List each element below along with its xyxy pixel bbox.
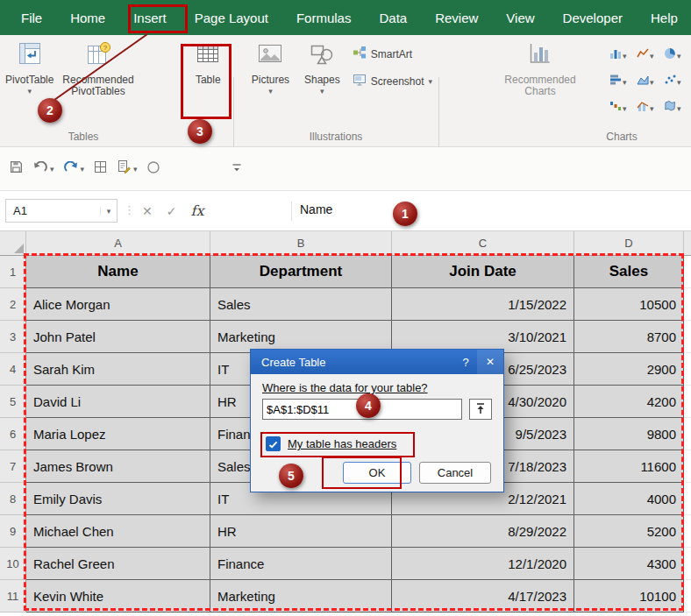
cell-C1[interactable]: Join Date — [392, 256, 574, 288]
ok-button[interactable]: OK — [343, 462, 411, 484]
row-header-4[interactable]: 4 — [0, 353, 26, 386]
cell-D9[interactable]: 5200 — [574, 515, 684, 548]
area-chart-button[interactable]: ▾ — [637, 68, 664, 95]
recommended-pivottables-button[interactable]: ? Recommended PivotTables — [57, 35, 139, 97]
formula-bar-content[interactable]: Name — [300, 202, 332, 216]
table-button[interactable]: Table — [183, 35, 233, 86]
edit-document-button[interactable]: ▾ — [117, 159, 138, 178]
circle-button[interactable] — [146, 160, 160, 178]
column-header-D[interactable]: D — [574, 231, 684, 256]
row-header-5[interactable]: 5 — [0, 386, 26, 418]
name-box-caret-icon[interactable]: ▾ — [100, 207, 117, 216]
cell-D3[interactable]: 8700 — [574, 321, 684, 353]
cell-D1[interactable]: Sales — [574, 256, 684, 288]
tab-view[interactable]: View — [492, 0, 548, 35]
recommended-charts-button[interactable]: Recommended Charts — [500, 35, 581, 97]
table-icon — [195, 40, 221, 70]
column-chart-button[interactable]: ▾ — [609, 42, 637, 68]
formula-bar-resize-handle[interactable]: ⋮ — [124, 203, 135, 216]
cell-A5[interactable]: David Li — [26, 386, 210, 418]
cell-D10[interactable]: 4300 — [574, 548, 684, 580]
name-box[interactable]: A1 ▾ — [5, 199, 118, 223]
scatter-chart-button[interactable]: ▾ — [664, 68, 691, 95]
cell-B9[interactable]: HR — [210, 515, 392, 548]
tab-page-layout[interactable]: Page Layout — [181, 0, 282, 35]
cell-A11[interactable]: Kevin White — [26, 580, 210, 612]
row-header-1[interactable]: 1 — [0, 256, 26, 288]
tab-file[interactable]: File — [7, 0, 56, 35]
dialog-close-icon[interactable]: ✕ — [477, 350, 503, 374]
cell-A4[interactable]: Sarah Kim — [26, 353, 210, 386]
cell-A1[interactable]: Name — [26, 256, 210, 288]
row-header-2[interactable]: 2 — [0, 288, 26, 321]
row-header-9[interactable]: 9 — [0, 515, 26, 548]
cell-D8[interactable]: 4000 — [574, 483, 684, 515]
pictures-icon — [257, 40, 283, 70]
row-header-11[interactable]: 11 — [0, 580, 26, 612]
pictures-button[interactable]: Pictures ▾ — [244, 35, 297, 96]
bar-chart-button[interactable]: ▾ — [609, 68, 637, 95]
cell-A10[interactable]: Rachel Green — [26, 548, 210, 580]
cell-A8[interactable]: Emily Davis — [26, 483, 210, 515]
cell-B1[interactable]: Department — [210, 256, 392, 288]
dialog-help-icon[interactable]: ? — [454, 356, 477, 369]
cell-A2[interactable]: Alice Morgan — [26, 288, 210, 321]
cell-D2[interactable]: 10500 — [574, 288, 684, 321]
row-header-7[interactable]: 7 — [0, 450, 26, 483]
range-selector-button[interactable] — [469, 399, 492, 420]
waterfall-chart-button[interactable]: ▾ — [609, 95, 637, 121]
tab-data[interactable]: Data — [365, 0, 421, 35]
insert-function-icon[interactable]: fx — [190, 202, 203, 219]
cell-C2[interactable]: 1/15/2022 — [392, 288, 574, 321]
dialog-titlebar[interactable]: Create Table ? ✕ — [251, 350, 503, 374]
shapes-button[interactable]: Shapes ▾ — [297, 35, 347, 96]
pie-chart-button[interactable]: ▾ — [664, 42, 691, 68]
cell-D6[interactable]: 9800 — [574, 418, 684, 450]
cell-B10[interactable]: Finance — [210, 548, 392, 580]
step-badge-2: 2 — [38, 98, 62, 123]
tab-insert[interactable]: Insert — [119, 0, 181, 35]
screenshot-button[interactable]: Screenshot ▾ — [353, 73, 438, 89]
undo-button[interactable]: ▾ — [32, 161, 54, 177]
tab-review[interactable]: Review — [421, 0, 492, 35]
cell-C9[interactable]: 8/29/2022 — [392, 515, 574, 548]
cell-D4[interactable]: 2900 — [574, 353, 684, 386]
row-header-3[interactable]: 3 — [0, 321, 26, 353]
line-chart-button[interactable]: ▾ — [637, 42, 664, 68]
combo-chart-button[interactable]: ▾ — [637, 95, 664, 121]
cell-A7[interactable]: James Brown — [26, 450, 210, 483]
row-header-8[interactable]: 8 — [0, 483, 26, 515]
smartart-button[interactable]: SmartArt — [353, 46, 438, 62]
cell-C11[interactable]: 4/17/2023 — [392, 580, 574, 612]
cell-A9[interactable]: Michael Chen — [26, 515, 210, 548]
enter-entry-icon[interactable]: ✓ — [167, 204, 177, 218]
cell-D7[interactable]: 11600 — [574, 450, 684, 483]
cell-D11[interactable]: 10100 — [574, 580, 684, 612]
cell-A3[interactable]: John Patel — [26, 321, 210, 353]
row-header-10[interactable]: 10 — [0, 548, 26, 580]
cancel-entry-icon[interactable]: ✕ — [142, 204, 153, 218]
cell-C10[interactable]: 12/1/2020 — [392, 548, 574, 580]
redo-button[interactable]: ▾ — [63, 161, 85, 177]
cancel-button[interactable]: Cancel — [419, 462, 491, 484]
row-header-6[interactable]: 6 — [0, 418, 26, 450]
customize-qat-button[interactable] — [231, 161, 243, 177]
tab-developer[interactable]: Developer — [549, 0, 637, 35]
column-header-C[interactable]: C — [392, 231, 574, 256]
column-header-B[interactable]: B — [210, 231, 392, 256]
tab-home[interactable]: Home — [56, 0, 119, 35]
column-header-A[interactable]: A — [26, 231, 210, 256]
map-chart-button[interactable]: ▾ — [664, 95, 691, 121]
tab-formulas[interactable]: Formulas — [282, 0, 366, 35]
headers-checkbox[interactable] — [266, 436, 281, 451]
tab-help[interactable]: Help — [637, 0, 691, 35]
cell-B11[interactable]: Marketing — [210, 580, 392, 612]
select-all-corner[interactable] — [0, 231, 26, 256]
borders-grid-button[interactable] — [93, 159, 108, 178]
save-button[interactable] — [9, 159, 24, 178]
cell-A6[interactable]: Maria Lopez — [26, 418, 210, 450]
cell-D5[interactable]: 4200 — [574, 386, 684, 418]
headers-checkbox-label[interactable]: My table has headers — [288, 437, 396, 450]
cell-B2[interactable]: Sales — [210, 288, 392, 321]
pivottable-button[interactable]: PivotTable ▾ — [4, 35, 55, 96]
